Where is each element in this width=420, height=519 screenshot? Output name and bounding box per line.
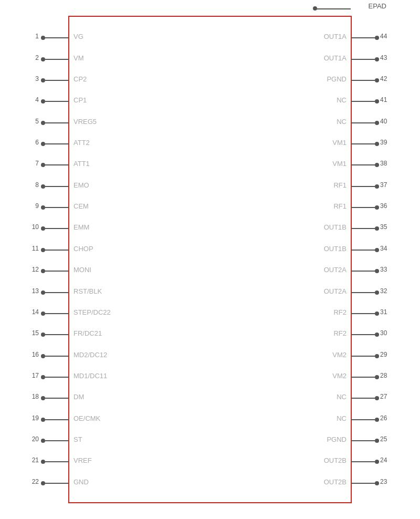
pin-line-left-5: [45, 122, 69, 123]
pin-num-right-37: 37: [380, 181, 391, 189]
pin-dot-left-16: [41, 354, 45, 358]
pin-line-left-7: [45, 164, 69, 165]
pin-dot-left-14: [41, 312, 45, 316]
pin-dot-right-36: [375, 205, 379, 210]
pin-num-right-25: 25: [380, 435, 391, 443]
pin-dot-right-33: [375, 269, 379, 273]
pin-dot-left-11: [41, 248, 45, 252]
pin-line-left-20: [45, 440, 69, 441]
pin-line-left-16: [45, 356, 69, 357]
pin-num-left-16: 16: [28, 351, 39, 358]
pin-label-left-1: VG: [74, 33, 83, 40]
pin-dot-left-7: [41, 163, 45, 167]
pin-num-left-22: 22: [28, 478, 39, 485]
pin-num-left-10: 10: [28, 223, 39, 231]
pin-num-left-13: 13: [28, 287, 39, 295]
pin-label-left-13: RST/BLK: [74, 287, 102, 295]
pin-num-right-32: 32: [380, 287, 391, 295]
pin-dot-left-2: [41, 57, 45, 61]
pin-label-right-34: OUT1B: [324, 245, 346, 253]
pin-dot-left-17: [41, 375, 45, 379]
pin-dot-left-6: [41, 142, 45, 146]
pin-label-left-9: CEM: [74, 202, 89, 210]
pin-num-left-14: 14: [28, 308, 39, 316]
pin-num-left-19: 19: [28, 414, 39, 422]
pin-line-right-42: [351, 80, 375, 81]
pin-line-right-30: [351, 334, 375, 335]
pin-dot-left-21: [41, 460, 45, 464]
pin-dot-right-35: [375, 226, 379, 231]
pin-label-right-33: OUT2A: [324, 266, 346, 274]
pin-line-left-8: [45, 186, 69, 187]
pin-label-right-25: PGND: [327, 435, 346, 443]
pin-dot-left-22: [41, 481, 45, 485]
pin-line-right-38: [351, 164, 375, 165]
pin-line-left-19: [45, 419, 69, 420]
pin-num-left-21: 21: [28, 456, 39, 464]
pin-line-left-3: [45, 80, 69, 81]
pin-dot-left-8: [41, 184, 45, 189]
pin-line-left-14: [45, 313, 69, 314]
pin-dot-right-25: [375, 439, 379, 443]
epad-dot: [313, 6, 317, 11]
pin-label-right-31: RF2: [333, 308, 346, 316]
pin-label-right-42: PGND: [327, 75, 346, 83]
ic-body: EPAD 1VG2VM3CP24CP15VREG56ATT27ATT18EMO9…: [68, 16, 352, 503]
pin-num-right-44: 44: [380, 33, 391, 40]
pin-line-right-23: [351, 483, 375, 484]
pin-label-right-39: VM1: [332, 139, 346, 147]
pin-label-right-41: NC: [337, 96, 346, 104]
pin-label-left-3: CP2: [74, 75, 87, 83]
pin-dot-left-20: [41, 439, 45, 443]
pin-dot-right-24: [375, 460, 379, 464]
pin-label-right-30: RF2: [333, 329, 346, 337]
pin-label-right-38: VM1: [332, 160, 346, 168]
pin-line-right-41: [351, 101, 375, 102]
epad-line: [315, 8, 351, 9]
pin-num-right-29: 29: [380, 351, 391, 358]
epad-label: EPAD: [369, 2, 386, 10]
pin-dot-right-43: [375, 57, 379, 61]
pin-dot-right-23: [375, 481, 379, 485]
pin-line-right-39: [351, 143, 375, 144]
pin-label-left-8: EMO: [74, 181, 89, 189]
pin-dot-left-9: [41, 205, 45, 210]
pin-dot-right-42: [375, 78, 379, 82]
pin-num-right-40: 40: [380, 118, 391, 125]
pin-num-right-36: 36: [380, 202, 391, 210]
pin-label-right-26: NC: [337, 414, 346, 422]
pin-line-left-9: [45, 207, 69, 208]
pin-label-right-24: OUT2B: [324, 456, 346, 464]
pin-num-left-9: 9: [28, 202, 39, 210]
pin-label-left-4: CP1: [74, 96, 87, 104]
pin-line-right-28: [351, 377, 375, 378]
pin-label-right-37: RF1: [333, 181, 346, 189]
pin-label-left-16: MD2/DC12: [74, 351, 107, 359]
pin-num-left-7: 7: [28, 160, 39, 167]
pin-line-right-29: [351, 356, 375, 357]
pin-line-left-11: [45, 250, 69, 251]
pin-dot-right-44: [375, 36, 379, 40]
pin-num-right-34: 34: [380, 245, 391, 252]
pin-dot-left-5: [41, 121, 45, 125]
pin-num-left-20: 20: [28, 435, 39, 443]
pin-dot-right-26: [375, 418, 379, 422]
pin-label-right-40: NC: [337, 118, 346, 126]
pin-line-left-10: [45, 228, 69, 229]
pin-dot-right-34: [375, 248, 379, 252]
pin-label-right-23: OUT2B: [324, 478, 346, 486]
pin-line-right-35: [351, 228, 375, 229]
pin-label-left-2: VM: [74, 54, 84, 62]
pin-num-right-33: 33: [380, 266, 391, 273]
pin-label-left-12: MONI: [74, 266, 91, 274]
pin-num-left-4: 4: [28, 96, 39, 103]
pin-line-left-6: [45, 143, 69, 144]
pin-dot-right-40: [375, 121, 379, 125]
pin-dot-right-39: [375, 142, 379, 146]
pin-num-left-5: 5: [28, 118, 39, 125]
pin-line-right-44: [351, 37, 375, 38]
pin-num-left-2: 2: [28, 54, 39, 61]
pin-dot-left-12: [41, 269, 45, 273]
pin-dot-right-31: [375, 312, 379, 316]
pin-dot-right-41: [375, 99, 379, 103]
